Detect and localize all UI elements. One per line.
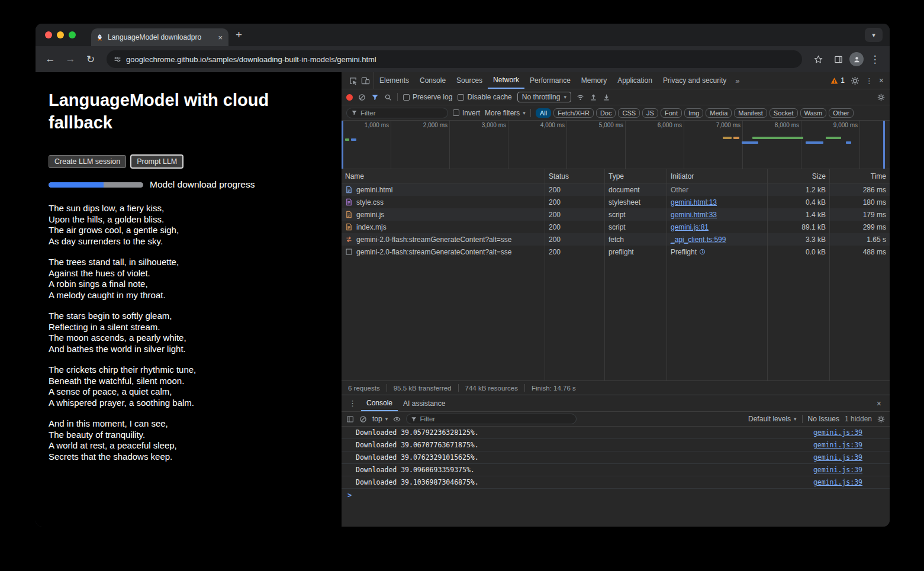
drawer-menu-icon[interactable]: ⋮ [344,395,361,411]
tab-close-icon[interactable]: × [217,33,224,42]
tab-memory[interactable]: Memory [576,72,612,89]
network-filter-input[interactable] [346,108,448,118]
chip-socket[interactable]: Socket [770,108,798,118]
more-tabs-icon[interactable]: » [732,72,743,89]
disable-cache-checkbox[interactable]: Disable cache [458,93,511,101]
profile-avatar[interactable] [849,52,864,66]
devtools-settings-icon[interactable] [851,76,859,85]
drawer-tab-ai-assistance[interactable]: AI assistance [398,395,450,411]
log-source-link[interactable]: gemini.js:39 [813,478,862,486]
tab-elements[interactable]: Elements [374,72,414,89]
column-status[interactable]: Status [545,169,605,183]
browser-tab[interactable]: LanguageModel downloadpro × [91,28,228,46]
invert-checkbox[interactable]: Invert [453,109,480,117]
chip-img[interactable]: Img [684,108,703,118]
table-row[interactable]: gemini-2.0-flash:streamGenerateContent?a… [342,233,890,246]
tab-sources[interactable]: Sources [451,72,488,89]
tab-application[interactable]: Application [612,72,658,89]
column-time[interactable]: Time [830,169,890,183]
clear-network-icon[interactable] [358,93,366,101]
console-prompt[interactable]: > [342,489,890,501]
column-size[interactable]: Size [768,169,830,183]
log-levels-select[interactable]: Default levels ▾ [748,415,797,423]
checkbox[interactable] [458,94,464,101]
chip-css[interactable]: CSS [618,108,640,118]
network-settings-icon[interactable] [877,93,885,101]
site-settings-icon[interactable] [114,56,121,63]
initiator-link[interactable]: gemini.html:33 [671,211,717,219]
tab-privacy-security[interactable]: Privacy and security [658,72,732,89]
console-settings-icon[interactable] [877,415,885,423]
initiator-link[interactable]: _api_client.ts:599 [671,236,726,244]
chip-doc[interactable]: Doc [596,108,616,118]
chip-font[interactable]: Font [661,108,682,118]
filter-toggle-icon[interactable] [371,93,379,101]
issues-warning[interactable]: 1 [830,76,845,85]
browser-menu-icon[interactable]: ⋮ [866,50,884,68]
network-conditions-icon[interactable] [577,93,584,101]
log-source-link[interactable]: gemini.js:39 [813,453,862,462]
timeline-range-handle-left[interactable] [342,121,343,169]
live-expression-eye-icon[interactable] [393,415,401,423]
table-row[interactable]: gemini.js 200 script gemini.html:33 1.4 … [342,208,890,221]
search-icon[interactable] [384,93,392,101]
column-type[interactable]: Type [605,169,667,183]
chip-manifest[interactable]: Manifest [734,108,767,118]
preflight-info-icon[interactable] [699,249,706,255]
console-filter-field[interactable] [420,415,572,422]
console-sidebar-icon[interactable] [346,415,354,423]
url-bar[interactable]: googlechrome.github.io/samples/downloadi… [107,50,802,68]
minimize-window-button[interactable] [57,31,64,38]
checkbox[interactable] [453,109,459,116]
table-row[interactable]: index.mjs 200 script gemini.js:81 89.1 k… [342,221,890,233]
device-toolbar-icon[interactable] [361,76,370,85]
throttling-select[interactable]: No throttling ▾ [517,92,571,102]
table-row[interactable]: gemini.html 200 document Other 1.2 kB 28… [342,183,890,196]
tab-performance[interactable]: Performance [524,72,576,89]
timeline-range-handle-right[interactable] [883,121,885,169]
column-name[interactable]: Name [342,169,545,183]
log-source-link[interactable]: gemini.js:39 [813,428,862,437]
reload-icon[interactable]: ↻ [82,50,99,68]
table-row[interactable]: gemini-2.0-flash:streamGenerateContent?a… [342,246,890,258]
console-filter-input[interactable] [406,414,577,424]
network-overview-timeline[interactable]: 1,000 ms 2,000 ms 3,000 ms 4,000 ms 5,00… [342,121,890,169]
side-panel-icon[interactable] [829,50,847,68]
devtools-menu-icon[interactable]: ⋮ [865,76,873,85]
import-har-icon[interactable] [603,93,610,101]
drawer-close-icon[interactable]: × [871,395,887,411]
chip-fetch-xhr[interactable]: Fetch/XHR [553,108,594,118]
clear-console-icon[interactable] [359,415,367,423]
close-window-button[interactable] [45,31,52,38]
forward-icon[interactable]: → [62,50,79,68]
table-row[interactable]: style.css 200 stylesheet gemini.html:13 … [342,196,890,208]
back-icon[interactable]: ← [41,50,59,68]
column-initiator[interactable]: Initiator [667,169,768,183]
filter-text-field[interactable] [360,109,443,117]
preserve-log-checkbox[interactable]: Preserve log [403,93,452,101]
prompt-llm-button[interactable]: Prompt LLM [131,155,183,168]
checkbox[interactable] [403,94,410,101]
new-tab-button[interactable]: + [228,28,249,41]
chip-media[interactable]: Media [706,108,732,118]
record-network-icon[interactable] [346,94,353,101]
maximize-window-button[interactable] [69,31,76,38]
tab-search-button[interactable]: ▾ [865,28,883,42]
initiator-link[interactable]: gemini.html:13 [671,198,717,207]
chip-wasm[interactable]: Wasm [800,108,827,118]
chip-js[interactable]: JS [642,108,658,118]
log-source-link[interactable]: gemini.js:39 [813,466,862,474]
tab-console[interactable]: Console [414,72,451,89]
inspect-element-icon[interactable] [349,76,358,85]
issues-status[interactable]: No Issues [808,415,839,423]
tab-network[interactable]: Network [488,72,524,89]
execution-context-select[interactable]: top ▾ [372,415,388,423]
chip-other[interactable]: Other [829,108,854,118]
bookmark-star-icon[interactable] [809,50,827,68]
hidden-messages-count[interactable]: 1 hidden [845,415,872,423]
devtools-close-icon[interactable]: × [879,76,884,85]
more-filters-dropdown[interactable]: More filters ▾ [485,109,526,117]
drawer-tab-console[interactable]: Console [361,395,398,411]
chip-all[interactable]: All [536,108,551,118]
log-source-link[interactable]: gemini.js:39 [813,441,862,449]
